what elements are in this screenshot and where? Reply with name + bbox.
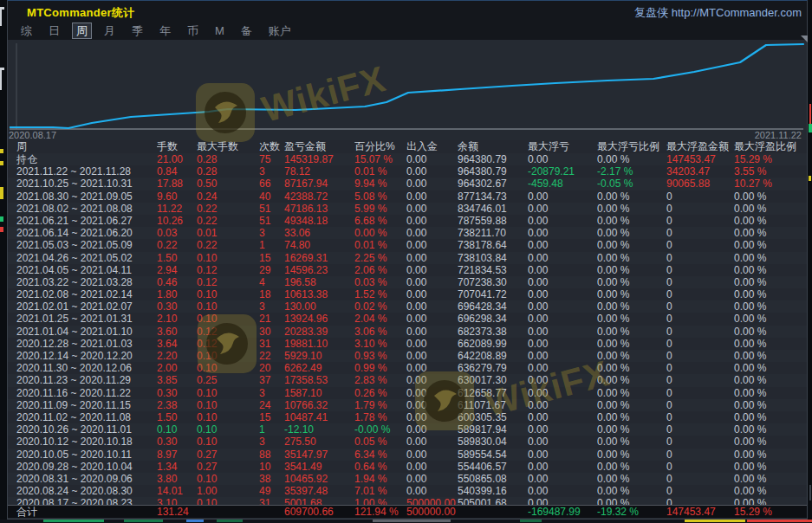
table-row[interactable]: 2021.06.21 ~ 2021.06.2710.260.225149348.… (8, 215, 807, 227)
table-cell: 738211.70 (458, 227, 528, 239)
table-cell: 662089.99 (458, 338, 528, 350)
table-cell: 3 (259, 165, 284, 178)
table-cell: 0.00 (528, 153, 597, 165)
table-row[interactable]: 2020.11.09 ~ 2020.11.152.380.102410766.3… (8, 399, 807, 411)
menu-item-综[interactable]: 综 (16, 23, 36, 39)
table-row[interactable]: 2020.12.28 ~ 2021.01.033.640.123119881.1… (8, 338, 807, 350)
table-row[interactable]: 2020.09.28 ~ 2020.10.041.340.27103541.49… (8, 461, 807, 473)
table-cell: 38 (259, 473, 284, 485)
menu-item-年[interactable]: 年 (155, 23, 175, 39)
table-cell: 0.64 % (354, 461, 406, 473)
table-cell: 2020.11.16 ~ 2020.11.22 (16, 387, 157, 399)
table-cell: 2020.11.30 ~ 2020.12.06 (16, 362, 157, 374)
table-row[interactable]: 2021.11.22 ~ 2021.11.280.840.28378.120.0… (8, 165, 807, 178)
table-cell: 0.00 % (734, 374, 807, 386)
titlebar-link[interactable]: 复盘侠 http://MTCommander.com (634, 5, 802, 21)
menu-item-月[interactable]: 月 (100, 23, 120, 39)
menu-item-日[interactable]: 日 (44, 23, 64, 39)
table-cell: 3.06 % (354, 326, 406, 338)
table-cell: 0.00 (406, 165, 458, 178)
table-row[interactable]: 2020.10.12 ~ 2020.10.180.300.103275.500.… (8, 436, 807, 448)
menu-item-币[interactable]: 币 (183, 23, 203, 39)
table-cell: 0 (666, 215, 734, 227)
table-cell: 2.38 (157, 399, 197, 411)
table-cell: 0.27 (197, 449, 259, 461)
table-row[interactable]: 2020.10.26 ~ 2020.11.010.100.101-12.10-0… (8, 423, 807, 436)
table-cell: 636279.79 (458, 362, 528, 374)
table-cell: 707041.72 (458, 288, 528, 300)
table-row[interactable]: 2021.08.30 ~ 2021.09.059.600.244042388.7… (8, 190, 807, 203)
table-cell: 0.00 (528, 227, 597, 239)
table-cell: 0.00 (406, 227, 458, 239)
table-cell: 0.10 (197, 436, 259, 448)
table-cell: 30 (259, 326, 284, 338)
table-cell: 682373.38 (458, 326, 528, 338)
menu-item-周[interactable]: 周 (72, 23, 92, 39)
table-cell: 2020.08.31 ~ 2020.09.06 (16, 473, 157, 485)
table-cell (458, 506, 528, 519)
menu-item-M[interactable]: M (211, 23, 229, 39)
table-cell: 0.10 (197, 411, 259, 423)
table-cell: 0 (666, 461, 734, 473)
table-row[interactable]: 2021.03.22 ~ 2021.03.280.460.124196.580.… (8, 276, 807, 288)
table-row[interactable]: 2021.01.04 ~ 2021.01.103.600.123020283.3… (8, 326, 807, 338)
table-cell: 3.55 % (734, 165, 807, 178)
table-cell: 0.00 (406, 264, 458, 276)
table-row[interactable]: 2020.11.23 ~ 2020.11.293.850.253717358.5… (8, 374, 807, 386)
table-cell: 15.29 % (734, 153, 807, 165)
table-cell: 0.00 (406, 252, 458, 264)
table-cell (197, 506, 259, 519)
table-cell: 0.00 (406, 399, 458, 411)
table-cell: 0.10 (197, 387, 259, 399)
table-row[interactable]: 2021.01.25 ~ 2021.01.312.100.102113924.9… (8, 313, 807, 325)
table-cell: 0.00 % (734, 300, 807, 313)
menu-item-账户[interactable]: 账户 (264, 23, 296, 39)
table-row[interactable]: 2020.11.16 ~ 2020.11.220.300.1031587.100… (8, 387, 807, 399)
background-window-right-sliver (808, 0, 812, 523)
table-cell: 2020.11.23 ~ 2020.11.29 (16, 374, 157, 386)
table-cell: 0.00 (406, 423, 458, 436)
table-cell: 0.00 % (597, 485, 666, 497)
table-cell: 0.00 % (597, 461, 666, 473)
table-row[interactable]: 2021.06.14 ~ 2021.06.200.030.01333.060.0… (8, 227, 807, 239)
table-cell: 275.50 (284, 436, 354, 448)
table-row[interactable]: 2020.08.31 ~ 2020.09.063.800.103810465.9… (8, 473, 807, 485)
table-cell: 0.00 % (734, 485, 807, 497)
table-row[interactable]: 2021.02.01 ~ 2021.02.070.300.103130.000.… (8, 300, 807, 313)
table-cell: 0 (666, 313, 734, 325)
table-row[interactable]: 2021.04.05 ~ 2021.04.112.940.122914596.2… (8, 264, 807, 276)
table-row[interactable]: 2020.08.24 ~ 2020.08.3014.011.004935397.… (8, 485, 807, 497)
table-cell: 10487.41 (284, 411, 354, 423)
table-cell: 2020.12.14 ~ 2020.12.20 (16, 350, 157, 362)
table-cell: 22 (259, 350, 284, 362)
table-cell: 余额 (458, 140, 528, 153)
table-cell: 0 (666, 399, 734, 411)
table-row[interactable]: 2020.12.14 ~ 2020.12.202.200.10225929.10… (8, 350, 807, 362)
table-cell: 0.00 % (734, 350, 807, 362)
table-cell: 0.00 % (597, 387, 666, 399)
table-cell: 589554.54 (458, 449, 528, 461)
table-row[interactable]: 持仓21.000.2875145319.8715.07 %0.00964380.… (8, 153, 807, 165)
table-row[interactable]: 2020.11.02 ~ 2020.11.081.500.101510487.4… (8, 411, 807, 423)
table-cell: 2020.10.26 ~ 2020.11.01 (16, 423, 157, 436)
table-row[interactable]: 2020.11.30 ~ 2020.12.062.000.10206262.49… (8, 362, 807, 374)
table-cell: 0.00 % (734, 387, 807, 399)
table-row[interactable]: 2021.02.08 ~ 2021.02.141.800.101810613.3… (8, 288, 807, 300)
table-cell: 696298.34 (458, 313, 528, 325)
table-total-row: 合计131.24609700.66121.94 %500000.00-16948… (8, 506, 807, 519)
menu-item-季[interactable]: 季 (127, 23, 147, 39)
table-cell: 0.00 (528, 387, 597, 399)
table-row[interactable]: 2021.10.25 ~ 2021.10.3117.880.506687167.… (8, 178, 807, 190)
table-cell: 0.00 % (734, 190, 807, 203)
menu-item-备[interactable]: 备 (237, 23, 257, 39)
table-cell: 589830.04 (458, 436, 528, 448)
table-cell: 0.00 (528, 338, 597, 350)
table-cell: 0.00 % (734, 411, 807, 423)
table-row[interactable]: 2021.04.26 ~ 2021.05.021.500.101516269.3… (8, 252, 807, 264)
table-row[interactable]: 2021.08.02 ~ 2021.08.0811.220.225147186.… (8, 203, 807, 215)
table-cell: 0 (666, 264, 734, 276)
table-cell: 1 (259, 239, 284, 251)
table-cell: 0.00 (406, 153, 458, 165)
table-row[interactable]: 2020.10.05 ~ 2020.10.118.970.278835147.9… (8, 449, 807, 461)
table-row[interactable]: 2021.05.03 ~ 2021.05.090.220.22174.800.0… (8, 239, 807, 251)
